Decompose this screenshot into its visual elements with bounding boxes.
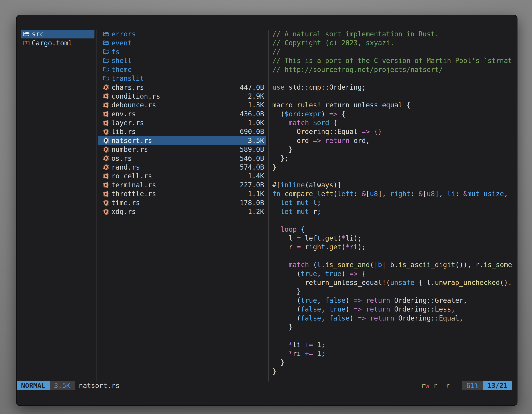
rust-icon: R <box>103 164 110 171</box>
file-size: 690.0B <box>240 128 264 136</box>
folder-icon <box>103 48 110 55</box>
file-name: chars.rs <box>111 83 144 91</box>
svg-text:R: R <box>105 201 108 205</box>
code-line: l = left.get(*li); <box>272 234 516 243</box>
file-name: xdg.rs <box>111 208 136 216</box>
file-size: 3.5K <box>248 137 264 144</box>
file-size: 227.0B <box>240 181 264 189</box>
file-size: 436.0B <box>240 110 264 118</box>
svg-text:R: R <box>105 112 108 116</box>
list-item-condition.rs[interactable]: Rcondition.rs2.9K <box>98 92 266 101</box>
list-item-layer.rs[interactable]: Rlayer.rs1.0K <box>98 118 266 127</box>
file-size: 1.2K <box>248 208 264 216</box>
folder-icon <box>23 31 30 38</box>
code-line: macro_rules! return_unless_equal { <box>272 101 516 109</box>
file-name: throttle.rs <box>111 190 156 198</box>
panel-divider <box>96 30 97 382</box>
file-name: env.rs <box>111 110 136 118</box>
code-line: }; <box>272 154 516 163</box>
svg-text:R: R <box>105 121 108 125</box>
code-line: } <box>272 163 516 172</box>
file-name: src <box>32 30 44 38</box>
code-line <box>272 331 516 340</box>
parent-directory-panel: src[T]Cargo.toml <box>21 30 95 48</box>
file-name: theme <box>111 66 132 74</box>
file-size-badge: 3.5K <box>50 381 75 390</box>
svg-text:R: R <box>105 138 108 143</box>
svg-text:R: R <box>105 147 108 152</box>
svg-text:R: R <box>105 192 108 196</box>
toml-icon: [T] <box>23 39 30 47</box>
code-line: (true, true) => { <box>272 270 516 278</box>
list-item-terminal.rs[interactable]: Rterminal.rs227.0B <box>98 181 266 189</box>
code-line: ($ord:expr) => { <box>272 110 516 118</box>
folder-icon <box>103 66 110 73</box>
list-item-theme[interactable]: theme <box>98 65 266 74</box>
folder-icon <box>103 39 110 47</box>
list-item-ro_cell.rs[interactable]: Rro_cell.rs1.4K <box>98 172 266 180</box>
svg-text:R: R <box>105 156 108 160</box>
list-item-throttle.rs[interactable]: Rthrottle.rs1.1K <box>98 189 266 198</box>
file-size: 447.0B <box>240 83 264 91</box>
list-item-fs[interactable]: fs <box>98 48 266 56</box>
list-item-chars.rs[interactable]: Rchars.rs447.0B <box>98 83 266 92</box>
rust-icon: R <box>103 93 110 100</box>
list-item-src[interactable]: src <box>21 30 95 39</box>
status-bar: NORMAL 3.5K natsort.rs -rw-r--r-- 61% 13… <box>17 381 512 390</box>
code-line <box>272 251 516 260</box>
rust-icon: R <box>103 182 110 188</box>
svg-text:R: R <box>105 94 108 98</box>
code-line: return_unless_equal!(unsafe { l.unwrap_u… <box>272 278 516 287</box>
svg-text:R: R <box>105 130 108 134</box>
rust-icon: R <box>103 191 110 197</box>
list-item-xdg.rs[interactable]: Rxdg.rs1.2K <box>98 207 266 216</box>
folder-icon <box>103 31 110 38</box>
code-line <box>272 172 516 180</box>
list-item-rand.rs[interactable]: Rrand.rs574.0B <box>98 163 266 172</box>
code-line: // Copyright (c) 2023, sxyazi. <box>272 39 516 47</box>
list-item-Cargo.toml[interactable]: [T]Cargo.toml <box>21 39 95 47</box>
file-name: shell <box>111 57 132 65</box>
svg-text:R: R <box>105 165 108 169</box>
list-item-env.rs[interactable]: Renv.rs436.0B <box>98 110 266 118</box>
rust-icon: R <box>103 146 110 153</box>
list-item-shell[interactable]: shell <box>98 56 266 65</box>
rust-icon: R <box>103 137 110 144</box>
list-item-os.rs[interactable]: Ros.rs546.0B <box>98 154 266 163</box>
code-line: } <box>272 287 516 296</box>
svg-text:R: R <box>105 85 108 89</box>
list-item-time.rs[interactable]: Rtime.rs178.0B <box>98 198 266 207</box>
file-size: 546.0B <box>240 154 264 163</box>
file-name: number.rs <box>111 145 148 154</box>
code-line: r = right.get(*ri); <box>272 243 516 251</box>
code-line <box>272 216 516 225</box>
list-item-lib.rs[interactable]: Rlib.rs690.0B <box>98 127 266 136</box>
code-line: } <box>272 358 516 367</box>
code-line: loop { <box>272 225 516 234</box>
rust-icon: R <box>103 128 110 135</box>
folder-icon <box>103 75 110 82</box>
code-line: *ri += 1; <box>272 349 516 358</box>
list-item-number.rs[interactable]: Rnumber.rs589.0B <box>98 145 266 154</box>
rust-icon: R <box>103 102 110 109</box>
code-line: (false, false) => return Ordering::Equal… <box>272 314 516 323</box>
file-size: 1.4K <box>248 172 264 180</box>
code-line: let mut l; <box>272 198 516 207</box>
mode-badge: NORMAL <box>17 381 50 390</box>
svg-text:R: R <box>105 103 108 107</box>
code-line: ord => return ord, <box>272 136 516 145</box>
list-item-errors[interactable]: errors <box>98 30 266 39</box>
code-line: fn compare_left(left: &[u8], right: &[u8… <box>272 189 516 198</box>
file-name: debounce.rs <box>111 101 156 109</box>
svg-text:R: R <box>105 183 108 187</box>
file-name: rand.rs <box>111 163 140 171</box>
code-line: // A natural sort implementation in Rust… <box>272 30 516 39</box>
list-item-event[interactable]: event <box>98 39 266 47</box>
list-item-natsort.rs[interactable]: Rnatsort.rs3.5K <box>98 136 266 145</box>
list-item-translit[interactable]: translit <box>98 74 266 83</box>
current-directory-panel: errorseventfsshellthemetranslitRchars.rs… <box>98 30 266 216</box>
code-line: match $ord { <box>272 118 516 127</box>
code-line: (true, false) => return Ordering::Greate… <box>272 296 516 305</box>
rust-icon: R <box>103 84 110 91</box>
list-item-debounce.rs[interactable]: Rdebounce.rs1.3K <box>98 101 266 109</box>
